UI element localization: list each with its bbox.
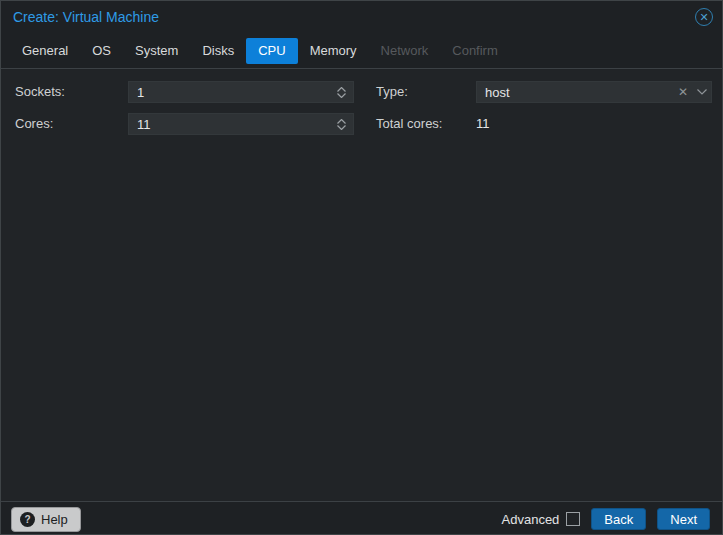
advanced-checkbox[interactable] — [566, 512, 580, 526]
tab-cpu[interactable]: CPU — [246, 38, 297, 64]
spinner-up-icon[interactable] — [337, 119, 346, 124]
cores-field — [128, 113, 354, 135]
cores-spinner[interactable] — [333, 114, 349, 134]
spinner-down-icon[interactable] — [337, 93, 346, 98]
tab-disks[interactable]: Disks — [190, 38, 246, 64]
sockets-field — [128, 81, 354, 103]
dialog-title: Create: Virtual Machine — [13, 9, 159, 25]
dialog-header: Create: Virtual Machine ✕ — [1, 1, 722, 33]
clear-icon[interactable]: ✕ — [678, 86, 688, 98]
tab-os[interactable]: OS — [80, 38, 123, 64]
next-button[interactable]: Next — [657, 508, 710, 530]
spinner-down-icon[interactable] — [337, 125, 346, 130]
spinner-up-icon[interactable] — [337, 87, 346, 92]
dialog-footer: ? Help Advanced Back Next — [1, 501, 722, 535]
total-cores-value: 11 — [476, 113, 490, 135]
tab-memory[interactable]: Memory — [298, 38, 369, 64]
question-icon: ? — [20, 512, 35, 527]
sockets-label: Sockets: — [15, 81, 65, 103]
tab-network: Network — [369, 38, 441, 64]
sockets-spinner[interactable] — [333, 82, 349, 102]
tab-system[interactable]: System — [123, 38, 190, 64]
tab-bar: General OS System Disks CPU Memory Netwo… — [1, 33, 722, 69]
cpu-form-panel: Sockets: Type: ✕ Cores: Total cores: 11 — [1, 70, 722, 501]
back-button[interactable]: Back — [591, 508, 646, 530]
tab-confirm: Confirm — [440, 38, 510, 64]
close-icon[interactable]: ✕ — [695, 8, 713, 26]
help-button[interactable]: ? Help — [11, 507, 81, 532]
type-label: Type: — [376, 81, 408, 103]
cores-label: Cores: — [15, 113, 53, 135]
create-vm-dialog: { "window": { "title": "Create: Virtual … — [0, 0, 723, 535]
cores-input[interactable] — [129, 114, 353, 134]
chevron-down-icon[interactable] — [697, 89, 707, 95]
tab-general[interactable]: General — [10, 38, 80, 64]
sockets-input[interactable] — [129, 82, 353, 102]
total-cores-label: Total cores: — [376, 113, 442, 135]
help-button-label: Help — [41, 512, 68, 527]
type-combo: ✕ — [476, 81, 712, 103]
type-input[interactable] — [477, 82, 711, 102]
advanced-label: Advanced — [502, 512, 560, 527]
